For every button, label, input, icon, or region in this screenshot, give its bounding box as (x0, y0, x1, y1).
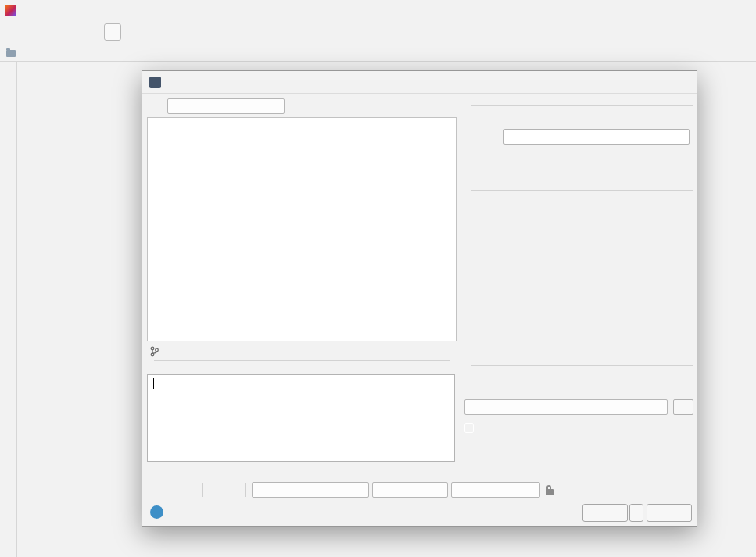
left-tool-stripe (0, 62, 17, 557)
whitespace-dropdown[interactable] (372, 482, 448, 498)
after-commit-section-header (464, 365, 693, 366)
lock-icon[interactable] (546, 489, 554, 495)
project-folder-icon (6, 50, 16, 57)
branch-row (150, 346, 179, 357)
help-button[interactable] (150, 505, 163, 519)
toolbar-git-group (311, 20, 342, 44)
navigation-bar (0, 45, 756, 62)
intellij-window (0, 0, 756, 557)
commit-changes-dialog (142, 70, 697, 527)
before-commit-section-header (464, 190, 693, 191)
branch-icon (150, 346, 159, 357)
text-caret (153, 378, 154, 389)
commit-message-header (149, 360, 455, 361)
diff-toolbar (149, 480, 598, 500)
divider (154, 360, 450, 361)
highlight-dropdown[interactable] (451, 482, 540, 498)
toolbar-separator (245, 483, 246, 497)
add-configuration-button[interactable] (104, 23, 121, 41)
upload-target-dropdown[interactable] (464, 399, 668, 415)
toolbar-separator (202, 483, 203, 497)
commit-message-input[interactable] (147, 374, 455, 462)
commit-dialog-icon (149, 77, 161, 88)
intellij-logo-icon (5, 5, 16, 16)
viewer-dropdown[interactable] (252, 482, 369, 498)
commit-button[interactable] (582, 504, 628, 522)
author-input[interactable] (503, 129, 690, 145)
browse-button[interactable] (673, 399, 693, 415)
menu-bar (0, 0, 756, 20)
commit-file-tree (147, 117, 457, 341)
annotation-line (446, 32, 447, 66)
always-use-server-row (464, 423, 478, 434)
dialog-titlebar (142, 71, 697, 94)
annotation-line (372, 32, 446, 34)
git-section-header (464, 105, 693, 106)
dialog-toolbar (149, 98, 285, 115)
changelist-dropdown[interactable] (167, 98, 285, 114)
commit-options-button[interactable] (629, 504, 643, 522)
checkbox[interactable] (464, 423, 474, 433)
cancel-button[interactable] (647, 504, 692, 522)
